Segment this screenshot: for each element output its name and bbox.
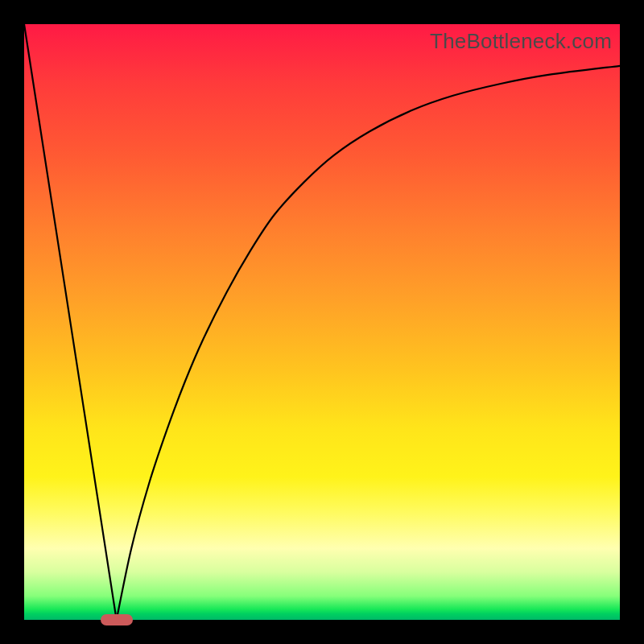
minimum-marker [101,614,133,625]
chart-curve [24,24,620,620]
plot-area: TheBottleneck.com [24,24,620,620]
chart-frame: TheBottleneck.com [0,0,644,644]
curve-right-segment [117,66,620,620]
curve-left-segment [24,24,117,620]
